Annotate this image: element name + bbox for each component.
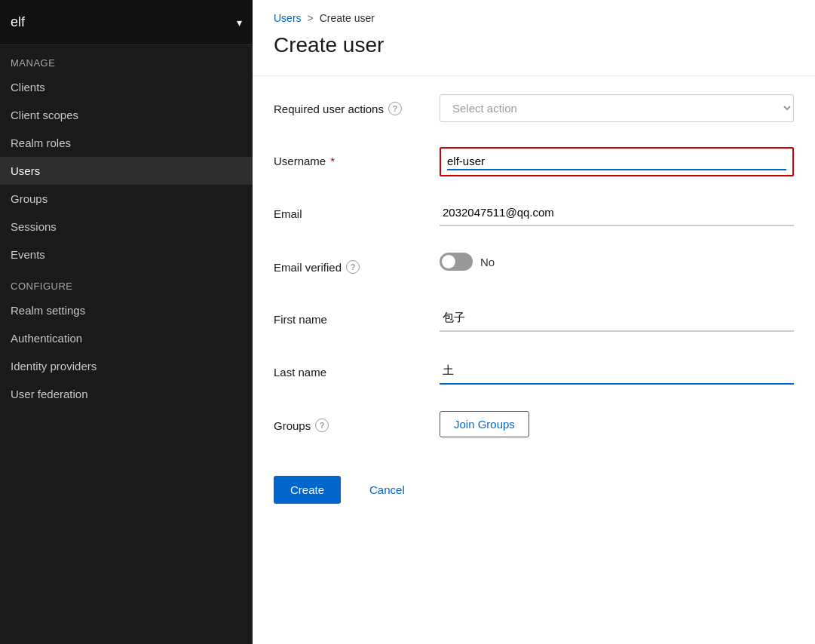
sidebar-item-label: Users: [11, 164, 40, 177]
breadcrumb-current: Create user: [320, 12, 375, 24]
email-control: [440, 200, 794, 226]
required-user-actions-select[interactable]: Select action: [440, 94, 794, 122]
sidebar-item-realm-settings[interactable]: Realm settings: [0, 296, 253, 324]
groups-label: Groups ?: [274, 411, 440, 432]
sidebar-item-label: Identity providers: [11, 360, 97, 373]
email-label: Email: [274, 200, 440, 220]
realm-name: elf: [11, 14, 25, 30]
groups-row: Groups ? Join Groups: [274, 411, 794, 443]
username-row: Username *: [274, 147, 794, 179]
last-name-label: Last name: [274, 358, 440, 379]
breadcrumb-users-link[interactable]: Users: [274, 12, 302, 24]
sidebar-item-label: Events: [11, 248, 45, 261]
sidebar-item-identity-providers[interactable]: Identity providers: [0, 352, 253, 380]
email-verified-label: Email verified ?: [274, 253, 440, 274]
manage-section-label: Manage: [0, 45, 253, 73]
required-user-actions-label: Required user actions ?: [274, 94, 440, 115]
sidebar-item-authentication[interactable]: Authentication: [0, 324, 253, 352]
action-buttons: Create Cancel: [253, 464, 815, 525]
sidebar-header[interactable]: elf ▾: [0, 0, 253, 45]
email-input[interactable]: [440, 200, 794, 226]
email-verified-control: No: [440, 253, 794, 271]
groups-help-icon[interactable]: ?: [315, 419, 329, 432]
last-name-input[interactable]: [440, 358, 794, 385]
dropdown-icon[interactable]: ▾: [237, 17, 242, 29]
username-input[interactable]: [447, 153, 786, 170]
sidebar: elf ▾ Manage Clients Client scopes Realm…: [0, 0, 253, 644]
sidebar-item-users[interactable]: Users: [0, 157, 253, 185]
cancel-button[interactable]: Cancel: [353, 476, 421, 504]
sidebar-item-client-scopes[interactable]: Client scopes: [0, 101, 253, 129]
sidebar-item-sessions[interactable]: Sessions: [0, 213, 253, 241]
email-verified-help-icon[interactable]: ?: [346, 260, 360, 274]
create-user-form: Required user actions ? Select action Us…: [253, 94, 815, 443]
email-verified-toggle-wrapper: No: [440, 253, 495, 271]
username-required-indicator: *: [330, 155, 335, 167]
first-name-label: First name: [274, 305, 440, 326]
username-label: Username *: [274, 147, 440, 167]
toggle-slider: [440, 253, 473, 271]
sidebar-item-label: User federation: [11, 388, 88, 400]
sidebar-item-label: Realm settings: [11, 304, 85, 317]
sidebar-item-realm-roles[interactable]: Realm roles: [0, 129, 253, 157]
sidebar-item-label: Authentication: [11, 332, 82, 345]
last-name-row: Last name: [274, 358, 794, 390]
email-row: Email: [274, 200, 794, 232]
email-verified-toggle[interactable]: [440, 253, 473, 271]
first-name-input[interactable]: [440, 305, 794, 332]
sidebar-item-label: Clients: [11, 81, 45, 94]
join-groups-button[interactable]: Join Groups: [440, 411, 529, 437]
breadcrumb-separator: >: [308, 12, 314, 24]
sidebar-item-label: Sessions: [11, 220, 57, 233]
sidebar-item-label: Groups: [11, 192, 47, 205]
sidebar-item-events[interactable]: Events: [0, 241, 253, 268]
main-content: Users > Create user Create user Required…: [253, 0, 815, 644]
required-user-actions-control: Select action: [440, 94, 794, 122]
username-highlight-box: [440, 147, 794, 176]
sidebar-item-user-federation[interactable]: User federation: [0, 380, 253, 408]
required-user-actions-help-icon[interactable]: ?: [388, 102, 402, 115]
last-name-control: [440, 358, 794, 385]
first-name-row: First name: [274, 305, 794, 337]
configure-section-label: Configure: [0, 268, 253, 296]
groups-control: Join Groups: [440, 411, 794, 437]
breadcrumb: Users > Create user: [253, 0, 815, 30]
page-title: Create user: [253, 30, 815, 75]
email-verified-row: Email verified ? No: [274, 253, 794, 284]
sidebar-item-groups[interactable]: Groups: [0, 185, 253, 213]
sidebar-item-label: Realm roles: [11, 136, 71, 149]
first-name-control: [440, 305, 794, 332]
sidebar-item-clients[interactable]: Clients: [0, 73, 253, 101]
required-user-actions-row: Required user actions ? Select action: [274, 94, 794, 126]
email-verified-value: No: [480, 256, 495, 268]
section-divider: [253, 75, 815, 76]
username-control: [440, 147, 794, 176]
create-button[interactable]: Create: [274, 476, 341, 504]
sidebar-item-label: Client scopes: [11, 109, 78, 121]
